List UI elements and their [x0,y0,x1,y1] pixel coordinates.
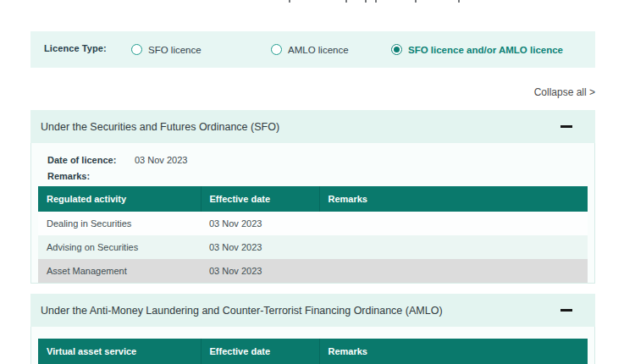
radio-button-icon[interactable] [131,44,142,55]
cropped-text-remnant [0,0,635,3]
radio-button-icon[interactable] [271,44,282,55]
regulated-activity-table: Regulated activity Effective date Remark… [38,186,588,283]
amlo-panel: Virtual asset service Effective date Rem… [30,327,595,364]
minus-icon[interactable] [560,125,572,128]
column-header: Regulated activity [38,186,201,212]
collapse-all-link[interactable]: Collapse all > [534,86,595,98]
table-header-row: Regulated activity Effective date Remark… [38,186,588,212]
licence-details-page: Licence Type: SFO licence AMLO licence S… [0,0,635,364]
radio-label[interactable]: SFO licence [148,45,202,55]
virtual-asset-service-table: Virtual asset service Effective date Rem… [38,339,588,364]
minus-icon[interactable] [560,309,572,312]
date-of-licence-value: 03 Nov 2023 [135,155,187,165]
column-header: Effective date [201,339,319,364]
accordion-header-sfo[interactable]: Under the Securities and Futures Ordinan… [30,110,595,143]
table-row: Asset Management 03 Nov 2023 [38,259,588,283]
radio-label[interactable]: AMLO licence [288,45,349,55]
sfo-panel: Date of licence: 03 Nov 2023 Remarks: Re… [30,143,595,284]
remarks-row: Remarks: [47,171,90,181]
cell-effective-date: 03 Nov 2023 [201,259,319,283]
cell-regulated-activity: Asset Management [38,259,201,283]
radio-sfo-licence[interactable]: SFO licence [131,31,202,68]
cell-remarks [319,212,588,235]
cell-regulated-activity: Advising on Securities [38,235,201,259]
radio-sfo-and-or-amlo-licence[interactable]: SFO licence and/or AMLO licence [391,31,563,68]
cell-remarks [319,235,588,259]
cell-regulated-activity: Dealing in Securities [38,212,201,235]
licence-type-label: Licence Type: [44,43,107,53]
table-row: Advising on Securities 03 Nov 2023 [38,235,588,259]
accordion-header-amlo[interactable]: Under the Anti-Money Laundering and Coun… [30,294,595,327]
column-header: Remarks [319,339,588,364]
radio-label[interactable]: SFO licence and/or AMLO licence [408,45,563,55]
column-header: Virtual asset service [38,339,201,364]
table-row: Dealing in Securities 03 Nov 2023 [38,212,588,235]
column-header: Effective date [201,186,319,212]
accordion-title: Under the Securities and Futures Ordinan… [41,121,279,133]
licence-type-bar: Licence Type: SFO licence AMLO licence S… [30,31,595,68]
date-of-licence-row: Date of licence: 03 Nov 2023 [47,155,116,165]
date-of-licence-label: Date of licence: [47,155,116,165]
cell-effective-date: 03 Nov 2023 [201,212,319,235]
cell-effective-date: 03 Nov 2023 [201,235,319,259]
accordion-title: Under the Anti-Money Laundering and Coun… [41,305,443,317]
radio-button-icon[interactable] [391,44,402,55]
remarks-label: Remarks: [47,171,90,181]
radio-amlo-licence[interactable]: AMLO licence [271,31,349,68]
table-header-row: Virtual asset service Effective date Rem… [38,339,588,364]
cell-remarks [319,259,588,283]
column-header: Remarks [319,186,588,212]
